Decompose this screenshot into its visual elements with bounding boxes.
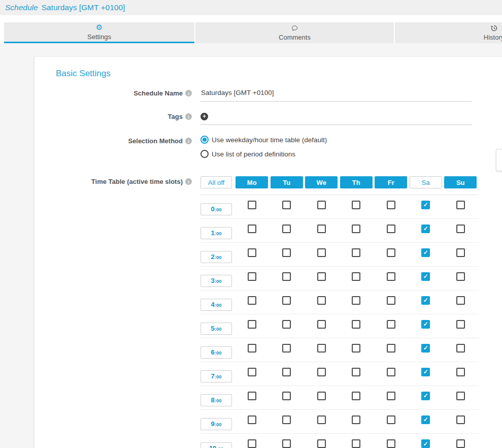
slot-checkbox-tu-9[interactable] [282,415,291,424]
slot-checkbox-we-1[interactable] [317,225,326,233]
slot-checkbox-tu-0[interactable] [282,201,291,209]
day-toggle-sa[interactable]: Sa [410,176,442,188]
day-toggle-we[interactable]: We [305,176,338,188]
hour-toggle-8[interactable]: 8:00 [200,394,232,406]
slot-checkbox-su-5[interactable] [456,320,465,329]
slot-checkbox-th-1[interactable] [352,225,360,233]
hour-toggle-9[interactable]: 9:00 [200,418,232,430]
slot-checkbox-th-10[interactable] [352,439,360,448]
slot-checkbox-sa-0[interactable] [421,201,430,209]
slot-checkbox-th-6[interactable] [352,344,360,353]
slot-checkbox-fr-4[interactable] [387,296,395,305]
slot-checkbox-th-5[interactable] [352,320,360,329]
slot-checkbox-fr-7[interactable] [387,368,395,376]
slot-checkbox-fr-9[interactable] [387,415,395,424]
hour-toggle-7[interactable]: 7:00 [200,370,232,382]
slot-checkbox-fr-6[interactable] [387,344,395,353]
slot-checkbox-tu-4[interactable] [282,296,291,305]
radio-selected-icon[interactable] [200,136,209,144]
slot-checkbox-th-3[interactable] [352,272,360,281]
slot-checkbox-tu-1[interactable] [282,225,291,233]
tab-comments[interactable]: Comments [195,22,394,43]
tab-history[interactable]: History [395,22,502,43]
tab-settings[interactable]: ⚙ Settings [4,22,194,43]
slot-checkbox-th-0[interactable] [352,201,360,209]
hour-toggle-1[interactable]: 1:00 [200,227,232,239]
slot-checkbox-fr-0[interactable] [387,201,395,209]
slot-checkbox-we-2[interactable] [317,248,326,257]
slot-checkbox-tu-6[interactable] [282,344,291,353]
radio-option-timetable[interactable]: Use weekday/hour time table (default) [200,136,327,144]
slot-checkbox-su-8[interactable] [456,392,465,400]
slot-checkbox-mo-10[interactable] [248,439,256,448]
schedule-name-input[interactable] [200,88,472,102]
slot-checkbox-sa-4[interactable] [421,296,430,305]
slot-checkbox-tu-10[interactable] [282,439,291,448]
slot-checkbox-sa-9[interactable] [421,415,430,424]
slot-checkbox-su-3[interactable] [456,272,465,281]
slot-checkbox-th-9[interactable] [352,415,360,424]
slot-checkbox-su-7[interactable] [456,368,465,376]
slot-checkbox-fr-5[interactable] [387,320,395,329]
day-toggle-mo[interactable]: Mo [236,176,268,188]
slot-checkbox-fr-2[interactable] [387,248,395,257]
radio-unselected-icon[interactable] [200,150,209,158]
slot-checkbox-su-6[interactable] [456,344,465,353]
slot-checkbox-sa-5[interactable] [421,320,430,329]
slot-checkbox-su-4[interactable] [456,296,465,305]
slot-checkbox-tu-7[interactable] [282,368,291,376]
slot-checkbox-sa-2[interactable] [421,248,430,257]
slot-checkbox-mo-3[interactable] [248,272,256,281]
hour-toggle-0[interactable]: 0:00 [200,203,232,215]
slot-checkbox-we-4[interactable] [317,296,326,305]
hour-toggle-4[interactable]: 4:00 [200,299,232,311]
slot-checkbox-sa-7[interactable] [421,368,430,376]
slot-checkbox-sa-10[interactable] [421,439,430,448]
day-toggle-fr[interactable]: Fr [375,176,407,188]
slot-checkbox-mo-6[interactable] [248,344,256,353]
slot-checkbox-mo-1[interactable] [248,225,256,233]
slot-checkbox-we-8[interactable] [317,392,326,400]
slot-checkbox-su-2[interactable] [456,248,465,257]
slot-checkbox-we-6[interactable] [317,344,326,353]
hour-toggle-6[interactable]: 6:00 [200,346,232,359]
slot-checkbox-fr-1[interactable] [387,225,395,233]
info-icon[interactable]: i [185,178,192,185]
info-icon[interactable]: i [185,113,192,120]
slot-checkbox-tu-3[interactable] [282,272,291,281]
all-off-button[interactable]: All off [200,176,232,188]
slot-checkbox-th-2[interactable] [352,248,360,257]
slot-checkbox-mo-5[interactable] [248,320,256,329]
slot-checkbox-th-8[interactable] [352,392,360,400]
slot-checkbox-sa-1[interactable] [421,225,430,233]
slot-checkbox-tu-8[interactable] [282,392,291,400]
slot-checkbox-su-10[interactable] [456,439,465,448]
slot-checkbox-sa-6[interactable] [421,344,430,353]
hour-toggle-10[interactable]: 10:00 [200,442,232,448]
slot-checkbox-mo-8[interactable] [248,392,256,400]
slot-checkbox-su-0[interactable] [456,201,465,209]
slot-checkbox-fr-8[interactable] [387,392,395,400]
slot-checkbox-we-5[interactable] [317,320,326,329]
radio-option-periods[interactable]: Use list of period definitions [200,150,327,158]
info-icon[interactable]: i [185,90,192,97]
slot-checkbox-th-4[interactable] [352,296,360,305]
slot-checkbox-fr-10[interactable] [387,439,395,448]
slot-checkbox-th-7[interactable] [352,368,360,376]
slot-checkbox-we-0[interactable] [317,201,326,209]
slot-checkbox-mo-0[interactable] [248,201,256,209]
slot-checkbox-sa-8[interactable] [421,392,430,400]
slot-checkbox-su-9[interactable] [456,415,465,424]
slot-checkbox-mo-2[interactable] [248,248,256,257]
slot-checkbox-mo-7[interactable] [248,368,256,376]
hour-toggle-2[interactable]: 2:00 [200,251,232,263]
day-toggle-su[interactable]: Su [444,176,477,188]
slot-checkbox-we-9[interactable] [317,415,326,424]
hour-toggle-5[interactable]: 5:00 [200,323,232,335]
slot-checkbox-we-10[interactable] [317,439,326,448]
right-edge-flap[interactable] [496,149,502,171]
add-tag-icon[interactable]: + [200,113,208,120]
day-toggle-th[interactable]: Th [340,176,373,188]
slot-checkbox-su-1[interactable] [456,225,465,233]
slot-checkbox-tu-2[interactable] [282,248,291,257]
